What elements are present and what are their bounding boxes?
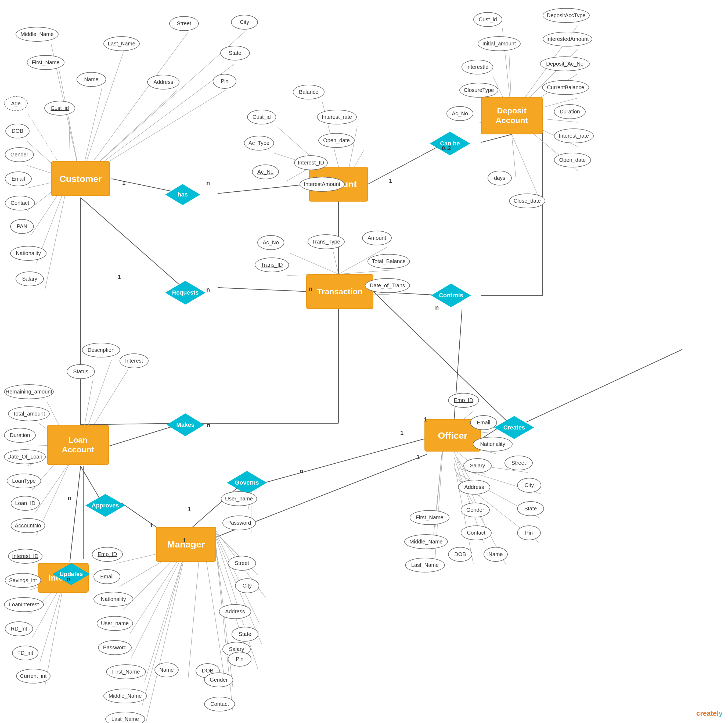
attr-cust-id: Cust_id (44, 101, 75, 116)
svg-line-20 (261, 438, 427, 484)
attr-street: Street (169, 16, 199, 31)
svg-line-67 (289, 253, 338, 274)
attr-rd-int: RD_int (5, 621, 33, 636)
attr-salary-cust: Salary (15, 271, 44, 286)
diamond-governs: Governs (227, 471, 267, 495)
mult-1-officer-a: 1 (400, 429, 404, 437)
attr-account-no: AccountNo (11, 518, 45, 533)
attr-state-manager: State (232, 627, 258, 642)
attr-open-date: Open_date (318, 133, 355, 148)
attr-interest-loan: Interest (119, 354, 148, 368)
mult-1-manager-governs: 1 (188, 506, 191, 513)
attr-last-name: Last_Name (103, 36, 140, 51)
entity-manager: Manager (156, 527, 216, 562)
svg-line-17 (81, 466, 102, 502)
attr-current-int: Current_int (16, 669, 50, 683)
attr-pin-officer: Pin (517, 525, 541, 540)
attr-duration-loan: Duration (4, 428, 36, 443)
svg-line-28 (81, 32, 188, 179)
svg-line-49 (355, 150, 364, 167)
attr-last-name-officer: Last_Name (405, 558, 445, 573)
attr-ac-type: Ac_Type (244, 136, 274, 150)
attr-city: City (231, 15, 258, 29)
attr-gender-manager: Gender (204, 672, 233, 687)
attr-cust-id-dep: Cust_id (473, 12, 502, 27)
attr-loan-id: Loan_ID (11, 496, 40, 511)
svg-line-66 (512, 135, 540, 200)
attr-date-of-loan: Date_Of_Loan (4, 449, 46, 464)
attr-gender-officer: Gender (461, 502, 490, 518)
diamond-creates: Creates (494, 416, 534, 439)
mult-n-trans-right: n (309, 285, 312, 293)
diamond-has: has (165, 184, 200, 205)
attr-email: Email (5, 172, 32, 186)
attr-contact-manager: Contact (204, 697, 235, 711)
svg-line-68 (333, 251, 338, 274)
attr-first-name-officer: First_Name (410, 510, 450, 525)
attr-dob: DOB (5, 124, 29, 138)
svg-line-2 (368, 142, 446, 184)
svg-line-105 (142, 547, 187, 706)
watermark: creately (696, 709, 723, 718)
attr-nationality: Nationality (10, 246, 46, 261)
attr-account-cust-id: Cust_id (247, 110, 276, 124)
attr-last-name-manager: Last_Name (105, 712, 145, 723)
mult-n-governs-officer: n (300, 468, 303, 475)
attr-state: State (220, 46, 250, 60)
svg-line-1 (217, 184, 309, 193)
entity-deposit-account: DepositAccount (481, 97, 543, 135)
entity-customer: Customer (51, 161, 110, 196)
svg-line-127 (526, 349, 682, 422)
svg-line-122 (45, 579, 64, 685)
svg-line-65 (512, 135, 516, 177)
attr-middle-name-manager: Middle_Name (103, 689, 147, 703)
diamond-approves: Approves (86, 494, 125, 517)
svg-line-18 (121, 502, 160, 530)
attr-interest-id: Interest_ID (294, 155, 328, 170)
mult-n-req-trans: n (206, 286, 210, 293)
attr-status: Status (67, 364, 95, 379)
attr-address-officer: Address (458, 480, 490, 495)
attr-deposit-ac-no: Deposit_Ac_No (540, 57, 590, 71)
attr-deposit-acc-type: DepositAccType (543, 8, 590, 23)
attr-duration-dep: Duration (554, 104, 586, 119)
attr-interest-id-main: Interest_ID (8, 549, 43, 564)
attr-password-manager: Password (98, 640, 132, 655)
mult-n-has-account: n (206, 179, 210, 187)
attr-interested-amount: InterestedAmount (543, 32, 592, 46)
diamond-requests: Requests (165, 281, 205, 305)
attr-gender: Gender (5, 147, 34, 162)
attr-salary-officer: Salary (463, 458, 492, 473)
svg-line-103 (131, 547, 187, 658)
attr-interest-amount: InterestAmount (300, 177, 345, 191)
attr-street-officer: Street (505, 456, 533, 470)
attr-nationality-officer: Nationality (473, 437, 512, 452)
diamond-can-be: Can be (430, 132, 470, 155)
attr-close-date: Close_date (509, 193, 545, 208)
mult-1-manager-updates: 1 (183, 537, 186, 544)
attr-closure-type: ClosureType (459, 83, 498, 98)
mult-n-loan-approves: n (68, 495, 71, 501)
diamond-controls: Controls (431, 283, 471, 307)
attr-loan-type: LoanType (7, 473, 41, 489)
attr-description: Description (82, 343, 120, 357)
attr-trans-type: Trans_Type (307, 234, 345, 249)
attr-first-name-manager: First_Name (106, 665, 146, 679)
mult-1-officer-c: 1 (424, 416, 427, 423)
attr-total-balance: Total_Balance (367, 254, 410, 269)
svg-line-3 (481, 135, 512, 142)
svg-line-106 (145, 547, 187, 723)
attr-pin: Pin (213, 74, 236, 89)
attr-contact: Contact (5, 196, 35, 210)
svg-line-97 (432, 441, 443, 551)
diagram-container: Customer Account DepositAccount Transact… (0, 0, 728, 723)
mult-1-approves-manager: 1 (150, 522, 153, 529)
attr-interest-rate-dep: Interest_rate (554, 129, 594, 143)
svg-line-124 (70, 466, 81, 562)
attr-state-officer: State (517, 501, 544, 516)
mult-1-customer-has: 1 (122, 179, 125, 187)
attr-name: Name (76, 72, 106, 87)
attr-total-amount: Total_amount (8, 406, 50, 421)
attr-city-officer: City (517, 478, 541, 493)
entity-transaction: Transaction (306, 274, 373, 309)
